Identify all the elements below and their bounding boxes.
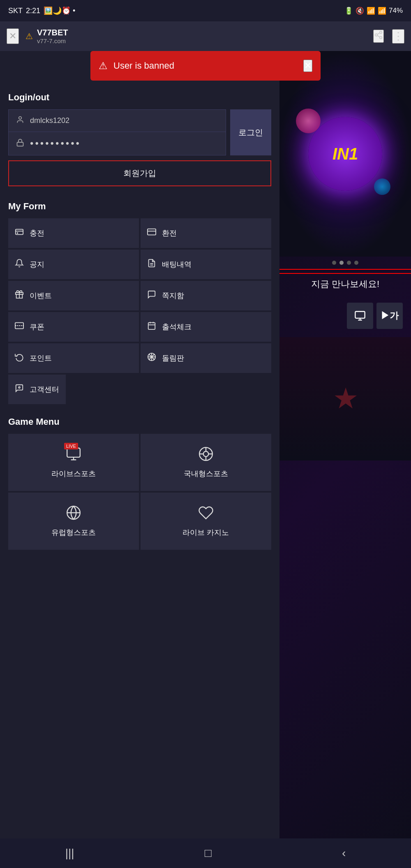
arrow-text: ▶가	[381, 310, 399, 322]
promo-text: IN1	[332, 145, 358, 163]
status-bar: SKT 2:21 🖼️🌙⏰ • 🔋 🔇 📶 📶 74%	[0, 0, 411, 21]
slide-dots	[279, 257, 411, 269]
login-title: Login/out	[8, 92, 271, 103]
browser-close-button[interactable]: ✕	[7, 28, 19, 44]
lock-icon	[15, 139, 25, 149]
carrier-label: SKT	[8, 7, 23, 15]
euro-icon-wrapper	[66, 505, 81, 523]
attendance-label: 출석체크	[162, 322, 192, 332]
dot-3	[347, 261, 351, 265]
toast-notification: ⚠ User is banned ✕	[90, 51, 321, 81]
quick-arrow-button[interactable]: ▶가	[376, 303, 403, 329]
svg-line-3	[377, 35, 380, 37]
svg-point-1	[375, 34, 378, 36]
browser-title-area: ⚠ V77BET v77-7.com	[25, 28, 367, 44]
coupon-icon	[15, 321, 24, 333]
menu-item-notice[interactable]: 공지	[8, 250, 139, 279]
username-field[interactable]: dmlcks1202	[8, 109, 226, 132]
live-sports-label: 라이브스포츠	[51, 469, 96, 479]
login-inputs: dmlcks1202 ••••••••••	[8, 109, 226, 155]
site-url: v77-7.com	[37, 37, 68, 44]
casino-icon-wrapper	[198, 505, 214, 523]
back-icon: ‹	[342, 847, 346, 859]
svg-rect-7	[16, 229, 23, 235]
support-label: 고객센터	[30, 384, 59, 394]
status-right: 🔋 🔇 📶 📶 74%	[344, 7, 403, 15]
attendance-icon	[147, 321, 156, 333]
status-left: SKT 2:21 🖼️🌙⏰ •	[8, 6, 75, 15]
menu-item-support[interactable]: 고객센터	[8, 375, 66, 404]
deco-orb-1	[296, 109, 321, 133]
menu-item-exchange[interactable]: 환전	[141, 218, 271, 248]
message-icon	[147, 290, 156, 301]
login-form: dmlcks1202 •••••••••• 로그인	[8, 109, 271, 155]
spin-icon	[147, 352, 156, 364]
toast-left: ⚠ User is banned	[99, 60, 174, 72]
bell-icon	[15, 259, 24, 270]
home-button[interactable]: □	[192, 843, 224, 864]
toast-message: User is banned	[113, 60, 174, 71]
more-button[interactable]: ⋮	[392, 29, 404, 44]
password-field[interactable]: ••••••••••	[8, 132, 226, 155]
recents-icon: |||	[65, 847, 74, 859]
register-button[interactable]: 회원가입	[8, 160, 271, 186]
support-icon	[15, 384, 24, 395]
game-menu-section: Game Menu LIVE 라이브스포츠	[0, 408, 279, 554]
deco-orb-2	[374, 178, 390, 195]
quick-live-button[interactable]	[347, 303, 373, 329]
my-form-section: My Form 충전	[0, 193, 279, 408]
game-grid: LIVE 라이브스포츠	[8, 434, 271, 550]
svg-rect-28	[67, 448, 80, 457]
menu-item-charge[interactable]: 충전	[8, 218, 139, 248]
recents-button[interactable]: |||	[53, 843, 87, 864]
login-section: Login/out dmlcks1202	[0, 84, 279, 193]
login-button[interactable]: 로그인	[230, 109, 271, 155]
bg-decoration: ★	[334, 384, 356, 413]
dot-2	[339, 261, 344, 265]
menu-item-message[interactable]: 쪽지함	[141, 281, 271, 310]
promo-strip	[279, 269, 411, 274]
game-item-euro-sports[interactable]: 유럽형스포츠	[8, 493, 139, 550]
signal-icon: 📶	[378, 7, 386, 15]
browser-actions: ⋮	[373, 29, 404, 44]
game-item-domestic-sports[interactable]: 국내형스포츠	[141, 434, 271, 491]
svg-point-0	[380, 31, 382, 34]
live-sports-icon-wrapper: LIVE	[66, 446, 81, 464]
menu-item-attendance[interactable]: 출석체크	[141, 312, 271, 342]
my-form-grid: 충전 환전	[8, 218, 271, 373]
toast-close-button[interactable]: ✕	[303, 60, 312, 72]
battery-label: 74%	[389, 7, 403, 15]
main-layout: ⚠ User is banned ✕ Login/out	[0, 51, 411, 868]
betting-label: 배팅내역	[162, 259, 192, 269]
warning-icon: ⚠	[25, 31, 33, 41]
dot-4	[354, 261, 358, 265]
share-button[interactable]	[373, 30, 384, 43]
spin-label: 돌림판	[162, 353, 184, 363]
menu-item-event[interactable]: 이벤트	[8, 281, 139, 310]
svg-rect-18	[148, 323, 155, 330]
game-item-live-casino[interactable]: 라이브 카지노	[141, 493, 271, 550]
menu-item-point[interactable]: 포인트	[8, 343, 139, 373]
more-icon: ⋮	[393, 30, 404, 42]
svg-point-32	[203, 451, 209, 457]
browser-site-info: V77BET v77-7.com	[37, 28, 68, 44]
bg-promo: IN1	[279, 51, 411, 257]
bg-dark-section: ★	[279, 337, 411, 461]
coupon-label: 쿠폰	[30, 322, 44, 332]
browser-toolbar: ✕ ⚠ V77BET v77-7.com ⋮	[0, 21, 411, 51]
battery-icon: 🔋	[344, 7, 353, 15]
game-item-live-sports[interactable]: LIVE 라이브스포츠	[8, 434, 139, 491]
back-button[interactable]: ‹	[330, 843, 358, 864]
event-icon	[15, 290, 24, 301]
mute-icon: 🔇	[356, 7, 364, 15]
svg-point-27	[18, 387, 20, 388]
event-label: 이벤트	[30, 291, 52, 301]
message-label: 쪽지함	[162, 291, 184, 301]
menu-item-coupon[interactable]: 쿠폰	[8, 312, 139, 342]
menu-item-spin[interactable]: 돌림판	[141, 343, 271, 373]
domestic-icon-wrapper	[198, 446, 214, 464]
notice-label: 공지	[30, 259, 44, 269]
menu-item-betting[interactable]: 배팅내역	[141, 250, 271, 279]
my-form-title: My Form	[8, 201, 271, 212]
user-icon	[15, 116, 25, 126]
